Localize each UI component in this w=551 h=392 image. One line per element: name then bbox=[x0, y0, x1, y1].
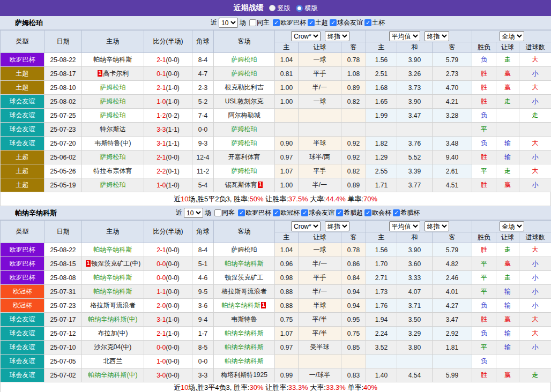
team-name-text: 帕纳辛纳科斯 bbox=[94, 274, 132, 281]
games-count-select[interactable]: 10 bbox=[184, 208, 203, 218]
league-checkbox[interactable]: ✓欧会杯 bbox=[364, 208, 391, 217]
score-cell: 3-3(1-1) bbox=[144, 123, 192, 137]
checkbox-checked-icon[interactable]: ✓ bbox=[301, 209, 308, 216]
avg-away-odds-cell: 4.21 bbox=[433, 95, 472, 109]
away-team-cell: 萨姆松珀 bbox=[214, 164, 275, 178]
avg-source-select[interactable]: 平均值 bbox=[389, 31, 420, 41]
score-cell: 2-1(1-0) bbox=[144, 81, 192, 95]
corner-cell: 1-7 bbox=[192, 327, 214, 341]
match-row: 球会友谊25-07-10沙尔克04(中)0-0(0-0)8-5帕纳辛纳科斯0.9… bbox=[1, 341, 551, 355]
layout-radio-horizontal[interactable]: 横版 bbox=[296, 4, 318, 13]
team-name-text: 萨姆松珀 bbox=[232, 246, 257, 253]
same-home-checkbox[interactable]: 同主 bbox=[249, 18, 270, 27]
handicap-group-header: Crow* 终指 bbox=[275, 221, 366, 232]
corner-cell: 7-4 bbox=[192, 109, 214, 123]
date-cell: 25-08-02 bbox=[44, 95, 82, 109]
near-label: 近 bbox=[176, 208, 182, 217]
handicap-line-cell: 一/球半 bbox=[299, 368, 341, 382]
games-suffix-label: 场 bbox=[205, 208, 211, 217]
date-cell: 25-07-17 bbox=[44, 313, 82, 327]
league-checkbox[interactable]: ✓欧冠杯 bbox=[273, 208, 300, 217]
checkbox-checked-icon[interactable]: ✓ bbox=[238, 209, 245, 216]
radio-selected-icon[interactable] bbox=[269, 5, 276, 11]
handicap-home-odds-cell: 1.04 bbox=[275, 53, 299, 67]
date-cell: 25-08-22 bbox=[44, 53, 82, 67]
checkbox-unchecked-icon[interactable] bbox=[249, 19, 256, 26]
scope-select[interactable]: 全场 bbox=[500, 31, 524, 41]
corner-cell: 4-6 bbox=[192, 271, 214, 285]
league-filters: ✓欧罗巴杯✓欧冠杯✓球会友谊✓希腊超✓欧会杯✓希腊杯 bbox=[236, 208, 420, 217]
handicap-away-odds-cell: 0.78 bbox=[341, 243, 366, 257]
league-checkbox[interactable]: ✓希腊超 bbox=[336, 208, 363, 217]
summary-text: 37.5% bbox=[288, 195, 308, 203]
fulltime-score-text: 2-0 bbox=[157, 302, 166, 310]
league-label: 欧罗巴杯 bbox=[280, 18, 306, 27]
odds-type-select[interactable]: 终指 bbox=[325, 221, 349, 231]
league-checkbox[interactable]: ✓土杯 bbox=[364, 18, 385, 27]
summary-text: 单率: bbox=[346, 383, 363, 391]
avg-draw-odds-cell: 3.76 bbox=[397, 137, 433, 150]
league-checkbox[interactable]: ✓欧罗巴杯 bbox=[238, 208, 271, 217]
avg-type-select[interactable]: 终指 bbox=[425, 31, 449, 41]
checkbox-checked-icon[interactable]: ✓ bbox=[330, 19, 337, 26]
checkbox-checked-icon[interactable]: ✓ bbox=[393, 209, 400, 216]
league-checkbox[interactable]: ✓希腊杯 bbox=[393, 208, 420, 217]
match-row: 土超25-05-19萨姆松珀1-0(1-0)5-4锡瓦斯体育11.00半/一0.… bbox=[1, 178, 551, 192]
team-name-text: 帕纳辛纳科斯(中) bbox=[88, 371, 138, 379]
fulltime-score-text: 1-0 bbox=[157, 98, 166, 105]
corner-cell: 8-4 bbox=[192, 53, 214, 67]
league-checkbox[interactable]: ✓土超 bbox=[308, 18, 328, 27]
same-away-checkbox[interactable]: 同客 bbox=[214, 208, 235, 217]
checkbox-checked-icon[interactable]: ✓ bbox=[336, 209, 343, 216]
corner-cell: 3-3 bbox=[192, 368, 214, 382]
games-count-select[interactable]: 10 bbox=[219, 18, 238, 28]
handicap-home-odds-cell: 1.07 bbox=[275, 164, 299, 178]
avg-source-select[interactable]: 平均值 bbox=[389, 221, 420, 231]
handicap-line-cell bbox=[299, 109, 341, 123]
team-name-text: 萨姆松珀 bbox=[100, 84, 126, 91]
winloss-result-cell: 平 bbox=[472, 257, 496, 271]
team-name-text: 萨姆松珀 bbox=[232, 70, 257, 77]
league-checkbox[interactable]: ✓欧罗巴杯 bbox=[273, 18, 306, 27]
checkbox-checked-icon[interactable]: ✓ bbox=[364, 19, 371, 26]
checkbox-checked-icon[interactable]: ✓ bbox=[364, 209, 371, 216]
red-card-badge: 1 bbox=[98, 70, 103, 77]
handicap-home-odds-cell: 0.97 bbox=[275, 150, 299, 164]
avg-type-select[interactable]: 终指 bbox=[425, 221, 449, 231]
score-cell: 2-0(0-0) bbox=[144, 299, 192, 313]
league-type-cell: 球会友谊 bbox=[1, 137, 44, 150]
checkbox-checked-icon[interactable]: ✓ bbox=[308, 19, 315, 26]
checkbox-checked-icon[interactable]: ✓ bbox=[273, 209, 280, 216]
odds-source-select[interactable]: Crow* bbox=[291, 221, 321, 231]
score-cell: 2-2(0-1) bbox=[144, 164, 192, 178]
checkbox-unchecked-icon[interactable] bbox=[214, 209, 221, 216]
checkbox-checked-icon[interactable]: ✓ bbox=[273, 19, 280, 26]
radio-unselected-icon[interactable] bbox=[296, 5, 303, 12]
odds-type-select[interactable]: 终指 bbox=[325, 31, 349, 41]
avg-home-odds-cell: 3.52 bbox=[366, 341, 397, 355]
handicap-away-odds-cell: 0.94 bbox=[341, 285, 366, 299]
handicap-away-odds-cell: 1.08 bbox=[341, 67, 366, 81]
col-header-score: 比分(半场) bbox=[144, 31, 192, 53]
team-name-text: 帕纳辛纳科斯 bbox=[225, 260, 264, 267]
home-team-cell: 帕纳辛纳科斯 bbox=[82, 243, 144, 257]
team-name-text: 萨姆松珀 bbox=[100, 97, 126, 105]
odds-source-select[interactable]: Crow* bbox=[291, 31, 321, 41]
goals-result-cell: 大 bbox=[519, 313, 551, 327]
date-cell: 25-07-31 bbox=[44, 285, 82, 299]
league-checkbox[interactable]: ✓球会友谊 bbox=[330, 18, 363, 27]
team-name-text: 韦斯特鲁 bbox=[232, 315, 257, 323]
score-cell: 1-0(0-0) bbox=[144, 355, 192, 368]
team-name-text: 帕纳辛纳科斯 bbox=[94, 56, 132, 63]
layout-radio-vertical[interactable]: 竖版 bbox=[269, 4, 291, 13]
away-team-cell: 根克勒比利吉 bbox=[214, 81, 275, 95]
home-team-cell: 1顿涅茨克矿工(中) bbox=[82, 257, 144, 271]
corner-cell: 8-4 bbox=[192, 243, 214, 257]
winloss-result-cell: 平 bbox=[472, 123, 496, 137]
winloss-result-cell: 负 bbox=[472, 299, 496, 313]
corner-cell: 5-2 bbox=[192, 95, 214, 109]
score-cell: 0-0(0-0) bbox=[144, 257, 192, 271]
league-checkbox[interactable]: ✓球会友谊 bbox=[301, 208, 334, 217]
scope-select[interactable]: 全场 bbox=[500, 221, 524, 231]
recent-results-page: 近期战绩 竖版 横版 萨姆松珀 近 10 场 同主 ✓欧罗巴杯✓土超✓球会友谊✓… bbox=[0, 0, 551, 392]
